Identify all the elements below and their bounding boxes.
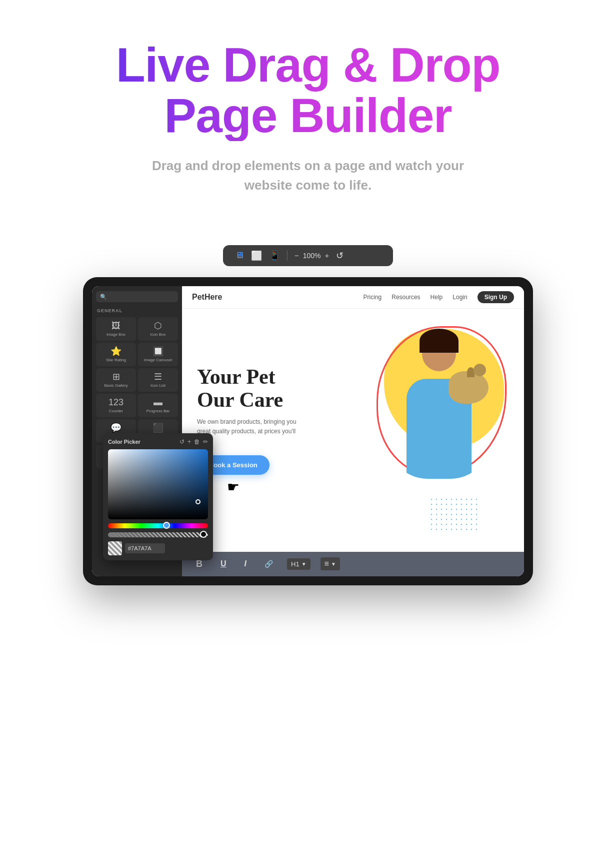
dog-illustration	[448, 371, 488, 404]
preview-area: PetHere Pricing Resources Help Login Sig…	[182, 286, 524, 576]
color-picker-title: Color Picker	[108, 439, 140, 445]
testimonial-icon: 💬	[110, 423, 122, 432]
tablet-view-icon[interactable]: ⬜	[251, 250, 262, 261]
mobile-view-icon[interactable]: 📱	[269, 250, 280, 261]
zoom-level: 100%	[303, 252, 321, 260]
icon-list-label: Icon List	[150, 383, 166, 388]
color-gradient-canvas[interactable]	[108, 449, 208, 519]
heading-select[interactable]: H1 ▼	[287, 558, 310, 570]
elements-search-input[interactable]	[96, 291, 178, 302]
preview-nav-resources[interactable]: Resources	[392, 294, 420, 301]
counter-icon: 123	[108, 398, 124, 407]
sidebar-item-icon-box[interactable]: ⬡ Icon Box	[138, 317, 178, 341]
reset-icon[interactable]: ↺	[336, 250, 344, 261]
icon-list-icon: ☰	[154, 372, 162, 381]
heading-chevron-icon: ▼	[302, 561, 306, 567]
preview-hero-content: Your Pet Our Care We own brand products,…	[182, 309, 524, 552]
tabs-icon: ⬛	[152, 423, 164, 432]
sidebar-item-counter[interactable]: 123 Counter	[96, 394, 136, 417]
color-hex-input[interactable]	[125, 543, 165, 553]
basic-gallery-icon: ⊞	[112, 372, 120, 381]
sidebar-item-icon-list[interactable]: ☰ Icon List	[138, 368, 178, 392]
progress-bar-icon: ▬	[154, 398, 162, 407]
dots-pattern-decoration	[429, 497, 479, 532]
preview-image-column	[349, 319, 509, 542]
preview-nav-pricing[interactable]: Pricing	[364, 294, 382, 301]
sidebar-section-general: GENERAL	[92, 306, 182, 315]
image-carousel-icon: 🔲	[152, 347, 164, 356]
hero-title: Live Drag & Drop Page Builder	[30, 40, 586, 141]
sidebar-item-progress-bar[interactable]: ▬ Progress Bar	[138, 394, 178, 417]
preview-nav-help[interactable]: Help	[430, 294, 443, 301]
color-picker-panel: Color Picker ↺ + 🗑 ✏	[103, 433, 213, 560]
preview-nav-logo: PetHere	[192, 293, 222, 302]
builder-wrapper: 🖥 ⬜ 📱 − 100% + ↺ GENERAL 🖼 Image Box	[83, 245, 533, 585]
text-format-toolbar: B U I 🔗 H1 ▼ ≡ ▼	[182, 552, 524, 576]
hero-subtitle: Drag and drop elements on a page and wat…	[148, 156, 468, 195]
link-button[interactable]: 🔗	[260, 558, 277, 570]
viewport-toolbar: 🖥 ⬜ 📱 − 100% + ↺	[223, 245, 393, 266]
image-carousel-label: Image Carousel	[144, 358, 172, 362]
alpha-indicator	[200, 531, 207, 538]
basic-gallery-label: Basic Gallery	[104, 383, 128, 388]
hue-slider[interactable]	[108, 523, 208, 528]
preview-text-column: Your Pet Our Care We own brand products,…	[197, 365, 349, 495]
list-label: ≡	[324, 559, 329, 568]
preview-hero-title: Your Pet Our Care	[197, 365, 349, 411]
preview-nav: PetHere Pricing Resources Help Login Sig…	[182, 286, 524, 309]
sidebar-item-star-rating[interactable]: ⭐ Star Rating	[96, 343, 136, 366]
underline-button[interactable]: U	[216, 557, 230, 570]
sidebar-item-image-carousel[interactable]: 🔲 Image Carousel	[138, 343, 178, 366]
color-hex-row	[108, 541, 208, 555]
hue-indicator	[163, 522, 170, 529]
preview-nav-signup[interactable]: Sign Up	[478, 291, 514, 303]
zoom-control: − 100% +	[294, 251, 329, 260]
list-chevron-icon: ▼	[331, 561, 336, 567]
image-box-label: Image Box	[106, 332, 126, 337]
preview-nav-login[interactable]: Login	[452, 294, 467, 301]
sidebar-item-basic-gallery[interactable]: ⊞ Basic Gallery	[96, 368, 136, 392]
sidebar-item-image-box[interactable]: 🖼 Image Box	[96, 317, 136, 341]
color-picker-add-icon[interactable]: +	[188, 438, 191, 445]
color-picker-delete-icon[interactable]: 🗑	[194, 438, 200, 445]
color-swatch	[108, 541, 122, 555]
progress-bar-label: Progress Bar	[146, 409, 170, 413]
zoom-plus-btn[interactable]: +	[325, 251, 330, 260]
cursor-hand-icon: ☛	[227, 479, 349, 495]
desktop-view-icon[interactable]: 🖥	[235, 250, 244, 261]
image-box-icon: 🖼	[112, 321, 120, 330]
color-picker-actions: ↺ + 🗑 ✏	[180, 438, 208, 445]
color-picker-selector-dot	[196, 499, 200, 504]
person-hair	[420, 329, 458, 353]
heading-label: H1	[291, 560, 300, 568]
icon-box-label: Icon Box	[150, 332, 166, 337]
counter-label: Counter	[109, 409, 123, 413]
hero-section: Live Drag & Drop Page Builder Drag and d…	[0, 0, 616, 245]
toolbar-divider	[287, 251, 288, 261]
star-rating-label: Star Rating	[106, 358, 126, 362]
italic-button[interactable]: I	[240, 557, 250, 570]
color-picker-header: Color Picker ↺ + 🗑 ✏	[108, 438, 208, 445]
zoom-minus-btn[interactable]: −	[294, 251, 299, 260]
icon-box-icon: ⬡	[154, 321, 162, 330]
list-select[interactable]: ≡ ▼	[320, 557, 340, 570]
alpha-slider[interactable]	[108, 532, 208, 537]
color-picker-eyedropper-icon[interactable]: ✏	[203, 438, 208, 445]
star-rating-icon: ⭐	[110, 347, 122, 356]
color-picker-reset-icon[interactable]: ↺	[180, 438, 184, 445]
